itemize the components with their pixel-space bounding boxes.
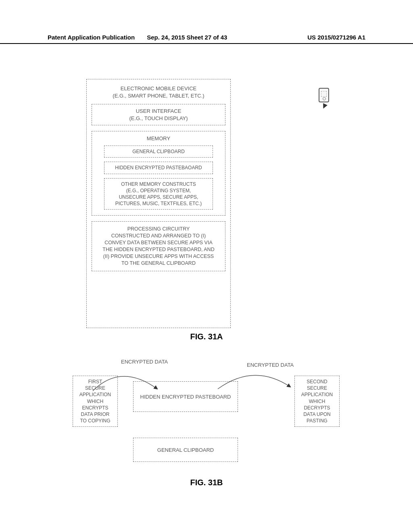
phone-arrow-icon <box>321 103 327 110</box>
figure-31b-area: ENCRYPTED DATA ENCRYPTED DATA FIRSTSECUR… <box>0 359 413 480</box>
header-pub-number: US 2015/0271296 A1 <box>307 34 365 41</box>
processing-label: PROCESSING CIRCUITRYCONSTRUCTED AND ARRA… <box>95 226 222 266</box>
figure-31a-caption: FIG. 31A <box>0 332 413 341</box>
user-interface-label: USER INTERFACE(E.G., TOUCH DISPLAY) <box>95 108 222 122</box>
page-header: Patent Application Publication Sep. 24, … <box>0 34 413 44</box>
arc-right-icon <box>210 367 302 399</box>
general-clipboard-label: GENERAL CLIPBOARD <box>107 148 210 155</box>
arc-left-icon <box>89 367 169 399</box>
header-sheet-info: Sep. 24, 2015 Sheet 27 of 43 <box>147 34 227 41</box>
device-outer-box: ELECTRONIC MOBILE DEVICE(E.G., SMART PHO… <box>86 79 231 328</box>
memory-box: MEMORY GENERAL CLIPBOARD HIDDEN ENCRYPTE… <box>92 131 225 216</box>
header-publication: Patent Application Publication <box>48 34 135 41</box>
general-clipboard-box: GENERAL CLIPBOARD <box>104 145 213 158</box>
other-memory-box: OTHER MEMORY CONSTRUCTS(E.G., OPERATING … <box>104 178 213 210</box>
user-interface-box: USER INTERFACE(E.G., TOUCH DISPLAY) <box>92 104 225 125</box>
memory-title: MEMORY <box>96 135 221 141</box>
processing-box: PROCESSING CIRCUITRYCONSTRUCTED AND ARRA… <box>92 221 225 271</box>
hidden-pasteboard-box: HIDDEN ENCRYPTED PASTEBAOARD <box>104 162 213 174</box>
device-title: ELECTRONIC MOBILE DEVICE(E.G., SMART PHO… <box>92 85 225 99</box>
hidden-pasteboard-label: HIDDEN ENCRYPTED PASTEBAOARD <box>107 164 210 171</box>
general-clipboard-flow-box: GENERAL CLIPBOARD <box>133 438 238 462</box>
figure-31b-caption: FIG. 31B <box>0 478 413 487</box>
other-memory-label: OTHER MEMORY CONSTRUCTS(E.G., OPERATING … <box>107 181 210 207</box>
phone-icon <box>319 88 329 102</box>
encrypted-data-left-label: ENCRYPTED DATA <box>121 359 168 365</box>
